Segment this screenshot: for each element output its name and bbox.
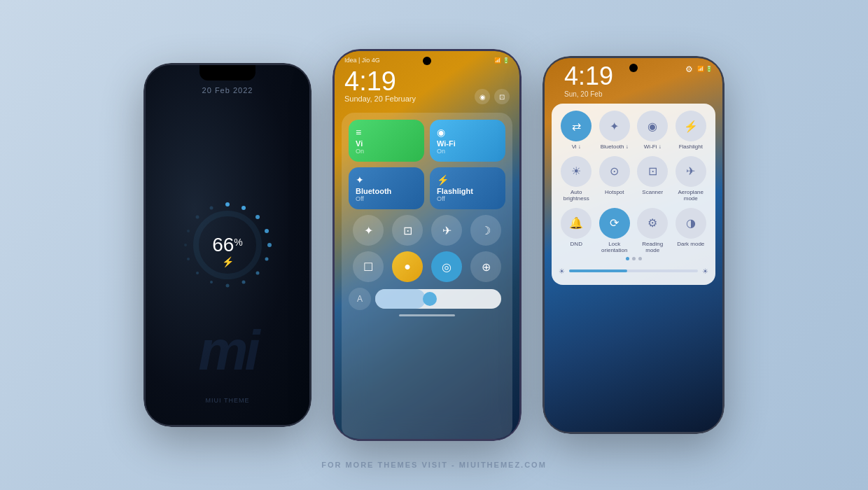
svg-point-0 xyxy=(225,202,230,206)
qs-scanner-label: Scanner xyxy=(642,189,663,196)
qs-hotspot-label: Hotspot xyxy=(605,189,624,196)
icon-moon[interactable]: ☽ xyxy=(470,215,501,246)
font-brightness-row: A xyxy=(349,288,505,310)
qs-grid-row2: ☀ Auto brightness ⊙ Hotspot ⊡ Scanner xyxy=(559,156,708,202)
qs-vi-icon: ⇄ xyxy=(561,111,592,141)
phone1-screen: 20 Feb 2022 mi xyxy=(144,63,312,427)
svg-point-10 xyxy=(196,272,199,274)
qs-lock-orientation-icon: ⟳ xyxy=(599,208,630,239)
qs-item-airplane[interactable]: ✈ Aeroplane mode xyxy=(673,156,709,202)
tile-flashlight[interactable]: ⚡ Flashlight Off xyxy=(430,167,505,209)
icon-row-1: ✦ ⊡ ✈ ☽ xyxy=(349,215,505,246)
svg-point-11 xyxy=(187,258,190,260)
qs-grid-row1: ⇄ Vi ↓ ✦ Bluetooth ↓ ◉ Wi-Fi ↓ ⚡ xyxy=(559,111,708,150)
qs-item-wifi[interactable]: ◉ Wi-Fi ↓ xyxy=(635,111,671,150)
qs-item-autobrightness[interactable]: ☀ Auto brightness xyxy=(559,156,594,202)
brightness-thumb xyxy=(423,292,437,306)
tile-bluetooth[interactable]: ✦ Bluetooth Off xyxy=(349,167,424,209)
svg-point-1 xyxy=(241,206,246,210)
phone3-frame: 4:19 Sun, 20 Feb ⚙ 📶🔋 ⇄ xyxy=(542,56,724,434)
qs-flashlight-icon: ⚡ xyxy=(676,111,706,141)
svg-point-6 xyxy=(256,272,260,275)
qs-dark-mode-label: Dark mode xyxy=(677,241,704,248)
battery-dots: 66 % ⚡ xyxy=(178,196,276,294)
brightness-fill xyxy=(375,289,426,309)
icon-do-not-disturb[interactable]: ◎ xyxy=(431,251,462,282)
qs-dot-3 xyxy=(638,257,642,260)
control-row-1: ≡ Vi On ◉ Wi-Fi On xyxy=(349,120,505,162)
qs-flashlight-label: Flashlight xyxy=(679,144,703,150)
home-indicator[interactable] xyxy=(399,314,455,316)
svg-point-3 xyxy=(265,229,269,233)
font-small-btn[interactable]: A xyxy=(349,288,371,310)
brightness-slider-row: ☀ ☀ xyxy=(559,265,708,278)
svg-point-2 xyxy=(255,215,260,219)
tile-wifi-sub: On xyxy=(437,148,498,155)
qs-item-darkmode[interactable]: ◑ Dark mode xyxy=(673,208,709,254)
phone2-screen: Idea | Jio 4G 📶🔋 4:19 Sunday, 20 Februar… xyxy=(332,49,522,441)
phone3-time: 4:19 xyxy=(554,64,623,89)
icon-location[interactable]: ⊕ xyxy=(470,251,501,282)
phone3-date: Sun, 20 Feb xyxy=(554,89,623,102)
phone3-bottom-area xyxy=(545,285,722,432)
qs-dot-1 xyxy=(626,257,629,260)
qs-auto-brightness-icon: ☀ xyxy=(561,156,592,187)
phone2-date: Sunday, 20 February xyxy=(344,94,416,103)
tile-vi-sub: On xyxy=(356,148,417,155)
qs-airplane-icon: ✈ xyxy=(676,156,706,187)
icon-row-2: ☐ ● ◎ ⊕ xyxy=(349,251,505,282)
icon-pill[interactable]: ✦ xyxy=(353,215,384,246)
svg-point-4 xyxy=(267,243,272,247)
qs-dot-2 xyxy=(632,257,636,260)
qs-wifi-icon: ◉ xyxy=(637,111,668,141)
tile-flashlight-sub: Off xyxy=(437,195,498,202)
battery-percent: 66 % xyxy=(212,234,243,256)
tile-vi-label: Vi xyxy=(356,139,417,148)
brightness-level xyxy=(569,270,627,272)
qs-item-lockorientation[interactable]: ⟳ Lock orientation xyxy=(597,208,633,254)
brightness-track[interactable] xyxy=(569,270,698,272)
svg-point-8 xyxy=(226,284,230,288)
svg-point-5 xyxy=(265,258,269,261)
control-row-2: ✦ Bluetooth Off ⚡ Flashlight Off xyxy=(349,167,505,209)
tile-bluetooth-icon: ✦ xyxy=(356,174,417,186)
phone2-frame: Idea | Jio 4G 📶🔋 4:19 Sunday, 20 Februar… xyxy=(332,49,522,441)
icon-center-gold[interactable]: ● xyxy=(392,251,423,282)
qs-item-bluetooth[interactable]: ✦ Bluetooth ↓ xyxy=(597,111,633,150)
phone2-time-row: 4:19 Sunday, 20 February ◉ ⊡ xyxy=(335,66,519,113)
svg-point-13 xyxy=(187,230,190,232)
phone2-time: 4:19 xyxy=(344,68,416,94)
qs-item-vi[interactable]: ⇄ Vi ↓ xyxy=(559,111,594,150)
qs-scanner-icon: ⊡ xyxy=(637,156,668,187)
qs-item-hotspot[interactable]: ⊙ Hotspot xyxy=(597,156,633,202)
icon-notes[interactable]: ☐ xyxy=(353,251,384,282)
qs-pagination-dots xyxy=(559,257,708,260)
svg-point-7 xyxy=(242,281,246,284)
battery-container: 66 % ⚡ xyxy=(178,196,276,294)
qs-item-readingmode[interactable]: ⚙ Reading mode xyxy=(635,208,671,254)
phone2-signal: 📶🔋 xyxy=(494,57,510,64)
icon-airplane[interactable]: ✈ xyxy=(431,215,462,246)
qs-item-flashlight[interactable]: ⚡ Flashlight xyxy=(673,111,709,150)
icon-expand[interactable]: ⊡ xyxy=(392,215,423,246)
svg-point-15 xyxy=(210,206,214,210)
brightness-bar[interactable] xyxy=(375,289,501,309)
phone3-gear-icon[interactable]: ⚙ xyxy=(685,64,693,74)
brightness-low-icon: ☀ xyxy=(559,267,565,275)
qs-grid-row3: 🔔 DND ⟳ Lock orientation ⚙ Reading mode xyxy=(559,208,708,254)
qs-bluetooth-label: Bluetooth ↓ xyxy=(601,144,629,150)
phones-container: 20 Feb 2022 mi xyxy=(0,0,868,490)
qs-item-scanner[interactable]: ⊡ Scanner xyxy=(635,156,671,202)
phone2-gallery-icon[interactable]: ⊡ xyxy=(494,89,510,104)
phone2-camera-icon[interactable]: ◉ xyxy=(475,89,490,104)
tile-vi[interactable]: ≡ Vi On xyxy=(349,120,424,162)
phone1-time: 20 Feb 2022 xyxy=(202,86,253,94)
tile-bluetooth-label: Bluetooth xyxy=(356,187,417,195)
tile-wifi-label: Wi-Fi xyxy=(437,139,498,148)
qs-lock-orientation-label: Lock orientation xyxy=(597,241,633,254)
qs-dark-mode-icon: ◑ xyxy=(676,208,706,239)
tile-flashlight-label: Flashlight xyxy=(437,187,498,195)
phone2-top-icons: ◉ ⊡ xyxy=(475,89,510,104)
qs-item-dnd[interactable]: 🔔 DND xyxy=(559,208,594,254)
tile-wifi[interactable]: ◉ Wi-Fi On xyxy=(430,120,505,162)
